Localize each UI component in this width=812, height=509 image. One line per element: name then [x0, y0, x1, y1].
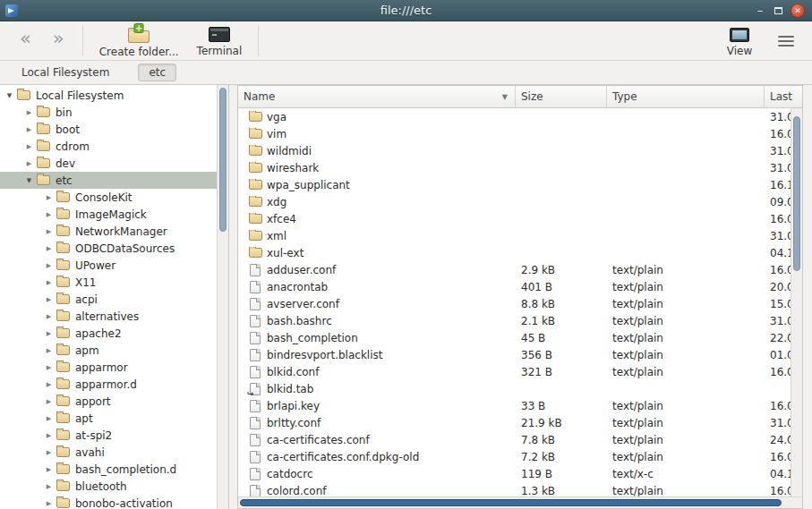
- tree-item-at-spi2[interactable]: ▶at-spi2: [0, 427, 217, 444]
- expander-collapsed-icon[interactable]: ▶: [43, 262, 55, 269]
- sidebar-vertical-scrollbar[interactable]: [217, 85, 228, 509]
- tree-item-bin[interactable]: ▶bin: [0, 104, 217, 121]
- file-row-wpa-supplicant[interactable]: wpa_supplicant16.1: [238, 176, 802, 193]
- file-type-cell: text/plain: [607, 434, 765, 446]
- expander-collapsed-icon[interactable]: ▶: [43, 211, 55, 218]
- file-row-xml[interactable]: xml31.0: [238, 227, 802, 244]
- tree-item-cdrom[interactable]: ▶cdrom: [0, 138, 217, 155]
- expander-expanded-icon[interactable]: ▼: [23, 177, 35, 184]
- expander-collapsed-icon[interactable]: ▶: [43, 381, 55, 388]
- expander-collapsed-icon[interactable]: ▶: [23, 160, 35, 167]
- tree-item-bluetooth[interactable]: ▶bluetooth: [0, 478, 217, 495]
- tree-item-label: ImageMagick: [75, 208, 147, 221]
- column-header-type[interactable]: Type: [607, 86, 765, 107]
- tree-item-apm[interactable]: ▶apm: [0, 342, 217, 359]
- minimize-button[interactable]: –: [754, 4, 766, 17]
- menu-button[interactable]: [764, 30, 803, 52]
- tree-item-apache2[interactable]: ▶apache2: [0, 325, 217, 342]
- tree-item-apport[interactable]: ▶apport: [0, 393, 217, 410]
- expander-collapsed-icon[interactable]: ▶: [43, 432, 55, 439]
- expander-collapsed-icon[interactable]: ▶: [43, 313, 55, 320]
- column-header-name[interactable]: Name ▼: [238, 86, 516, 107]
- file-list-horizontal-scrollbar[interactable]: [238, 496, 802, 508]
- expander-collapsed-icon[interactable]: ▶: [43, 364, 55, 371]
- expander-collapsed-icon[interactable]: ▶: [43, 449, 55, 456]
- expander-collapsed-icon[interactable]: ▶: [23, 126, 35, 133]
- tree-item-networkmanager[interactable]: ▶NetworkManager: [0, 223, 217, 240]
- file-row-anacrontab[interactable]: anacrontab401 Btext/plain20.0: [238, 278, 802, 295]
- tree-item-x11[interactable]: ▶X11: [0, 274, 217, 291]
- expander-collapsed-icon[interactable]: ▶: [43, 415, 55, 422]
- maximize-button[interactable]: [774, 7, 782, 14]
- create-folder-button[interactable]: + Create folder...: [90, 22, 188, 60]
- file-row-bindresvport-blacklist[interactable]: bindresvport.blacklist356 Btext/plain01.…: [238, 346, 802, 363]
- file-row-xul-ext[interactable]: xul-ext04.1: [238, 244, 802, 261]
- tree-item-local-filesystem[interactable]: ▼Local Filesystem: [0, 87, 217, 104]
- expander-collapsed-icon[interactable]: ▶: [43, 296, 55, 303]
- file-row-brltty-conf[interactable]: brltty.conf21.9 kBtext/plain31.0: [238, 414, 802, 431]
- tree-item-bonobo-activation[interactable]: ▶bonobo-activation: [0, 495, 217, 509]
- tree-item-dev[interactable]: ▶dev: [0, 155, 217, 172]
- file-row-vga[interactable]: vga31.0: [238, 108, 802, 125]
- expander-collapsed-icon[interactable]: ▶: [43, 330, 55, 337]
- tree-item-apparmor[interactable]: ▶apparmor: [0, 359, 217, 376]
- folder-icon: [249, 129, 262, 139]
- file-row-blkid-tab[interactable]: ↪blkid.tab: [238, 380, 802, 397]
- view-button[interactable]: View: [715, 23, 764, 59]
- expander-collapsed-icon[interactable]: ▶: [23, 143, 35, 150]
- file-row-adduser-conf[interactable]: adduser.conf2.9 kBtext/plain16.0: [238, 261, 802, 278]
- file-row-vim[interactable]: vim16.0: [238, 125, 802, 142]
- tree-item-bash-completion-d[interactable]: ▶bash_completion.d: [0, 461, 217, 478]
- tree-item-imagemagick[interactable]: ▶ImageMagick: [0, 206, 217, 223]
- sidebar-scrollbar-thumb[interactable]: [219, 88, 227, 232]
- titlebar[interactable]: file:///etc – ✕: [0, 0, 812, 21]
- expander-collapsed-icon[interactable]: ▶: [43, 228, 55, 235]
- file-row-ca-certificates-conf[interactable]: ca-certificates.conf7.8 kBtext/plain24.0: [238, 431, 802, 448]
- expander-collapsed-icon[interactable]: ▶: [43, 347, 55, 354]
- file-row-avserver-conf[interactable]: avserver.conf8.8 kBtext/plain15.0: [238, 295, 802, 312]
- expander-collapsed-icon[interactable]: ▶: [43, 500, 55, 507]
- file-row-wireshark[interactable]: wireshark31.0: [238, 159, 802, 176]
- file-row-blkid-conf[interactable]: blkid.conf321 Btext/plain16.0: [238, 363, 802, 380]
- close-button[interactable]: ✕: [791, 4, 805, 18]
- expander-collapsed-icon[interactable]: ▶: [23, 109, 35, 116]
- path-item-local-filesystem[interactable]: Local Filesystem: [11, 64, 120, 81]
- tree-item-apt[interactable]: ▶apt: [0, 410, 217, 427]
- terminal-button[interactable]: Terminal: [188, 22, 252, 59]
- tree-item-etc[interactable]: ▼etc: [0, 172, 217, 189]
- tree-item-alternatives[interactable]: ▶alternatives: [0, 308, 217, 325]
- expander-expanded-icon[interactable]: ▼: [4, 92, 15, 99]
- column-header-size[interactable]: Size: [516, 86, 607, 107]
- file-row-ca-certificates-conf-dpkg-old[interactable]: ca-certificates.conf.dpkg-old7.2 kBtext/…: [238, 448, 802, 465]
- file-row-catdocrc[interactable]: catdocrc119 Btext/x-c04.1: [238, 465, 802, 482]
- tree-item-upower[interactable]: ▶UPower: [0, 257, 217, 274]
- file-row-wildmidi[interactable]: wildmidi31.0: [238, 142, 802, 159]
- tree-item-consolekit[interactable]: ▶ConsoleKit: [0, 189, 217, 206]
- tree-item-avahi[interactable]: ▶avahi: [0, 444, 217, 461]
- file-row-brlapi-key[interactable]: brlapi.key33 Btext/plain16.0: [238, 397, 802, 414]
- file-row-colord-conf[interactable]: colord.conf1.3 kBtext/plain16.0: [238, 482, 802, 496]
- path-item-etc[interactable]: etc: [138, 64, 176, 81]
- tree-item-boot[interactable]: ▶boot: [0, 121, 217, 138]
- file-name-cell: xdg: [238, 196, 516, 208]
- tree-item-odbcdatasources[interactable]: ▶ODBCDataSources: [0, 240, 217, 257]
- horizontal-scrollbar-thumb[interactable]: [240, 499, 782, 506]
- file-row-xfce4[interactable]: xfce416.0: [238, 210, 802, 227]
- expander-collapsed-icon[interactable]: ▶: [43, 245, 55, 252]
- file-type-cell: text/plain: [607, 315, 765, 327]
- back-button[interactable]: «: [9, 26, 42, 55]
- tree-item-apparmor-d[interactable]: ▶apparmor.d: [0, 376, 217, 393]
- forward-button[interactable]: »: [42, 26, 75, 55]
- expander-collapsed-icon[interactable]: ▶: [43, 466, 55, 473]
- column-header-last-modified[interactable]: Last: [765, 86, 802, 107]
- expander-collapsed-icon[interactable]: ▶: [43, 279, 55, 286]
- expander-collapsed-icon[interactable]: ▶: [43, 483, 55, 490]
- file-list-vertical-scrollbar[interactable]: [791, 108, 802, 496]
- file-list-scrollbar-thumb[interactable]: [793, 116, 800, 272]
- file-row-bash-completion[interactable]: bash_completion45 Btext/plain22.0: [238, 329, 802, 346]
- tree-item-acpi[interactable]: ▶acpi: [0, 291, 217, 308]
- expander-collapsed-icon[interactable]: ▶: [43, 398, 55, 405]
- file-row-bash-bashrc[interactable]: bash.bashrc2.1 kBtext/plain31.0: [238, 312, 802, 329]
- file-row-xdg[interactable]: xdg09.0: [238, 193, 802, 210]
- expander-collapsed-icon[interactable]: ▶: [43, 194, 55, 201]
